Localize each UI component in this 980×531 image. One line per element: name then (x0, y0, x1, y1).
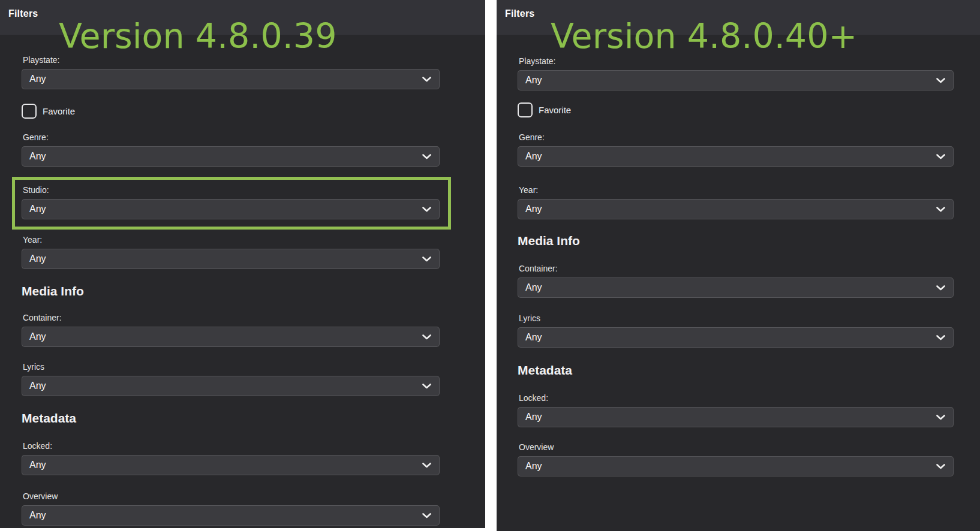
panel-header: Filters (497, 0, 980, 35)
genre-select[interactable]: Any (518, 146, 954, 167)
genre-label: Genre: (519, 133, 954, 142)
chevron-down-icon (422, 463, 431, 468)
lyrics-label: Lyrics (23, 363, 440, 372)
select-value: Any (525, 412, 542, 423)
chevron-down-icon (422, 207, 431, 212)
playstate-select[interactable]: Any (22, 69, 440, 89)
select-value: Any (29, 331, 46, 342)
lyrics-label: Lyrics (519, 314, 954, 323)
locked-label: Locked: (23, 442, 440, 451)
genre-select[interactable]: Any (22, 146, 440, 167)
filters-form: Playstate: Any Favorite Genre: Any Studi… (0, 56, 461, 526)
media-info-heading: Media Info (518, 234, 954, 248)
year-select[interactable]: Any (518, 199, 954, 219)
select-value: Any (525, 151, 542, 162)
locked-label: Locked: (519, 394, 954, 403)
genre-label: Genre: (23, 133, 440, 142)
lyrics-select[interactable]: Any (518, 327, 954, 348)
filters-panel-v4-8-0-40: Filters Version 4.8.0.40+ Playstate: Any… (497, 0, 980, 531)
container-label: Container: (519, 264, 954, 273)
favorite-checkbox-row[interactable]: Favorite (22, 104, 440, 119)
chevron-down-icon (422, 77, 431, 82)
studio-label: Studio: (23, 186, 440, 195)
locked-select[interactable]: Any (518, 407, 954, 427)
studio-highlight-box: Studio: Any (12, 177, 451, 230)
filters-form: Playstate: Any Favorite Genre: Any Year:… (497, 57, 975, 476)
container-select[interactable]: Any (22, 327, 440, 347)
playstate-label: Playstate: (23, 56, 440, 65)
panel-header: Filters (0, 0, 485, 35)
overview-label: Overview (23, 492, 440, 501)
overview-select[interactable]: Any (518, 456, 954, 476)
select-value: Any (525, 332, 542, 343)
studio-select[interactable]: Any (22, 199, 440, 219)
year-label: Year: (23, 236, 440, 245)
select-value: Any (525, 282, 542, 293)
playstate-label: Playstate: (519, 57, 954, 66)
chevron-down-icon (422, 257, 431, 262)
select-value: Any (29, 381, 46, 391)
metadata-heading: Metadata (22, 412, 440, 425)
select-value: Any (29, 151, 46, 162)
select-value: Any (525, 204, 542, 215)
year-select[interactable]: Any (22, 249, 440, 269)
playstate-select[interactable]: Any (518, 70, 954, 90)
media-info-heading: Media Info (22, 285, 440, 298)
overview-label: Overview (519, 443, 954, 452)
select-value: Any (29, 510, 46, 521)
chevron-down-icon (422, 384, 431, 389)
favorite-label: Favorite (539, 105, 571, 115)
chevron-down-icon (936, 154, 945, 159)
year-label: Year: (519, 186, 954, 195)
select-value: Any (29, 204, 46, 215)
select-value: Any (29, 254, 46, 264)
select-value: Any (29, 74, 46, 85)
filters-panel-v4-8-0-39: Filters Version 4.8.0.39 Playstate: Any … (0, 0, 485, 528)
overview-select[interactable]: Any (22, 505, 440, 526)
chevron-down-icon (936, 207, 945, 212)
chevron-down-icon (936, 335, 945, 340)
chevron-down-icon (936, 464, 945, 469)
panel-title: Filters (505, 8, 534, 19)
favorite-label: Favorite (43, 106, 75, 116)
panel-title: Filters (8, 8, 38, 19)
lyrics-select[interactable]: Any (22, 376, 440, 396)
panel-divider (485, 0, 497, 531)
chevron-down-icon (936, 415, 945, 420)
select-value: Any (29, 460, 46, 470)
chevron-down-icon (936, 78, 945, 83)
container-select[interactable]: Any (518, 277, 954, 298)
favorite-checkbox[interactable] (518, 102, 533, 117)
chevron-down-icon (936, 285, 945, 291)
select-value: Any (525, 75, 542, 86)
favorite-checkbox-row[interactable]: Favorite (518, 102, 954, 117)
chevron-down-icon (422, 334, 431, 340)
container-label: Container: (23, 313, 440, 322)
metadata-heading: Metadata (518, 364, 954, 377)
chevron-down-icon (422, 513, 431, 518)
favorite-checkbox[interactable] (22, 104, 37, 119)
select-value: Any (525, 461, 542, 472)
locked-select[interactable]: Any (22, 455, 440, 475)
chevron-down-icon (422, 154, 431, 159)
